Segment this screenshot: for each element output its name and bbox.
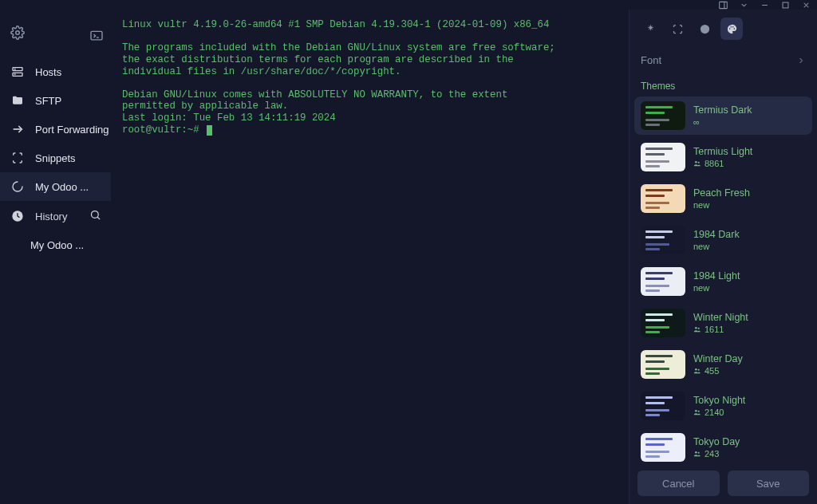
- theme-name: 1984 Dark: [693, 229, 740, 240]
- tab-general-icon[interactable]: [639, 18, 661, 40]
- theme-sub: new: [693, 283, 740, 293]
- svg-point-21: [695, 161, 697, 163]
- theme-sub: 2140: [693, 408, 745, 417]
- theme-name: Termius Light: [693, 146, 752, 157]
- sidebar-item-port-forwarding[interactable]: Port Forwarding: [0, 115, 111, 144]
- svg-point-28: [698, 411, 700, 412]
- theme-option[interactable]: Tokyo Day 243: [634, 428, 812, 463]
- svg-point-29: [695, 451, 697, 454]
- sidebar-item-sftp[interactable]: SFTP: [0, 86, 111, 115]
- panel-toggle-icon[interactable]: [718, 0, 728, 10]
- terminal-cursor: [207, 125, 212, 136]
- theme-swatch: [641, 433, 685, 462]
- sidebar-item-label: Port Forwarding: [35, 124, 109, 136]
- window-titlebar: [0, 0, 817, 10]
- theme-sub: 243: [693, 449, 740, 459]
- theme-option[interactable]: 1984 Light new: [634, 262, 812, 301]
- svg-point-17: [728, 28, 730, 30]
- cancel-button[interactable]: Cancel: [637, 471, 720, 496]
- theme-name: 1984 Light: [693, 270, 740, 282]
- svg-point-22: [698, 162, 700, 163]
- font-selector[interactable]: Font: [630, 46, 817, 74]
- sidebar: Hosts SFTP Port Forwarding Snippets My O…: [35, 10, 111, 504]
- theme-option[interactable]: Peach Fresh new: [634, 179, 812, 218]
- theme-name: Winter Day: [693, 353, 743, 364]
- panel-toolbar: [630, 10, 817, 46]
- svg-point-27: [695, 410, 697, 412]
- maximize-icon[interactable]: [780, 0, 790, 10]
- svg-rect-7: [91, 31, 102, 40]
- terminal-prompt: root@vultr:~#: [122, 124, 205, 136]
- svg-point-16: [700, 24, 708, 33]
- sidebar-item-history[interactable]: History: [0, 201, 111, 231]
- tab-snippets-icon[interactable]: [666, 18, 689, 40]
- sidebar-item-hosts[interactable]: Hosts: [0, 57, 111, 86]
- terminal-icon[interactable]: [89, 30, 104, 45]
- theme-sub: 8861: [693, 159, 752, 168]
- theme-name: Tokyo Day: [693, 436, 740, 447]
- theme-option[interactable]: Winter Night 1611: [634, 304, 812, 342]
- search-icon[interactable]: [89, 209, 101, 223]
- svg-line-15: [97, 217, 100, 219]
- theme-swatch: [641, 101, 685, 130]
- theme-name: Termius Dark: [693, 104, 752, 116]
- svg-point-11: [14, 69, 15, 69]
- theme-swatch: [641, 309, 685, 337]
- font-label: Font: [641, 54, 661, 66]
- history-item-label: My Odoo ...: [30, 239, 84, 251]
- svg-point-30: [698, 452, 700, 454]
- history-item[interactable]: My Odoo ...: [0, 231, 111, 259]
- theme-sub: 1611: [693, 325, 748, 334]
- theme-name: Tokyo Night: [693, 395, 745, 406]
- gear-icon[interactable]: [10, 26, 25, 43]
- theme-sub: ∞: [693, 117, 752, 127]
- minimize-icon[interactable]: [760, 0, 769, 10]
- svg-point-6: [16, 31, 20, 35]
- theme-option[interactable]: 1984 Dark new: [634, 221, 812, 259]
- svg-point-14: [92, 211, 99, 219]
- sidebar-item-label: My Odoo ...: [35, 181, 89, 193]
- sidebar-item-snippets[interactable]: Snippets: [0, 144, 111, 172]
- sidebar-item-label: Hosts: [35, 66, 61, 78]
- svg-point-26: [698, 369, 700, 371]
- panel-footer: Cancel Save: [630, 463, 817, 504]
- svg-point-19: [732, 26, 734, 27]
- svg-point-12: [14, 74, 15, 75]
- theme-swatch: [641, 350, 685, 379]
- theme-name: Winter Night: [693, 312, 748, 323]
- svg-point-25: [695, 368, 697, 371]
- chevron-down-icon[interactable]: [739, 0, 748, 10]
- theme-swatch: [641, 226, 685, 254]
- theme-sub: 455: [693, 366, 743, 376]
- svg-point-18: [730, 26, 732, 27]
- sidebar-item-label: SFTP: [35, 95, 61, 107]
- save-button[interactable]: Save: [728, 471, 810, 496]
- terminal-text: Linux vultr 4.19.0-26-amd64 #1 SMP Debia…: [122, 19, 555, 124]
- theme-swatch: [641, 143, 685, 171]
- sidebar-item-label: Snippets: [35, 152, 76, 164]
- svg-rect-3: [783, 2, 788, 8]
- themes-list: Termius Dark ∞Termius Light 8861Peach Fr…: [630, 96, 817, 463]
- theme-option[interactable]: Termius Light 8861: [634, 138, 812, 176]
- themes-heading: Themes: [630, 74, 817, 96]
- theme-swatch: [641, 267, 685, 296]
- svg-point-24: [698, 328, 700, 329]
- theme-sub: new: [693, 242, 740, 251]
- tab-appearance-icon[interactable]: [720, 18, 743, 40]
- terminal-output[interactable]: Linux vultr 4.19.0-26-amd64 #1 SMP Debia…: [111, 10, 629, 504]
- svg-rect-0: [719, 2, 727, 8]
- sidebar-item-session[interactable]: My Odoo ...: [0, 172, 111, 201]
- sidebar-item-label: History: [35, 211, 67, 222]
- theme-swatch: [641, 184, 685, 213]
- theme-sub: new: [693, 200, 750, 210]
- theme-swatch: [641, 392, 685, 420]
- svg-point-23: [695, 327, 697, 329]
- tab-env-icon[interactable]: [693, 18, 716, 40]
- theme-option[interactable]: Winter Day 455: [634, 345, 812, 384]
- theme-name: Peach Fresh: [693, 187, 750, 199]
- appearance-panel: Font Themes Termius Dark ∞Termius Light …: [629, 10, 817, 504]
- close-icon[interactable]: [801, 0, 811, 10]
- theme-option[interactable]: Termius Dark ∞: [634, 96, 812, 135]
- chevron-right-icon: [796, 56, 806, 65]
- theme-option[interactable]: Tokyo Night 2140: [634, 387, 812, 425]
